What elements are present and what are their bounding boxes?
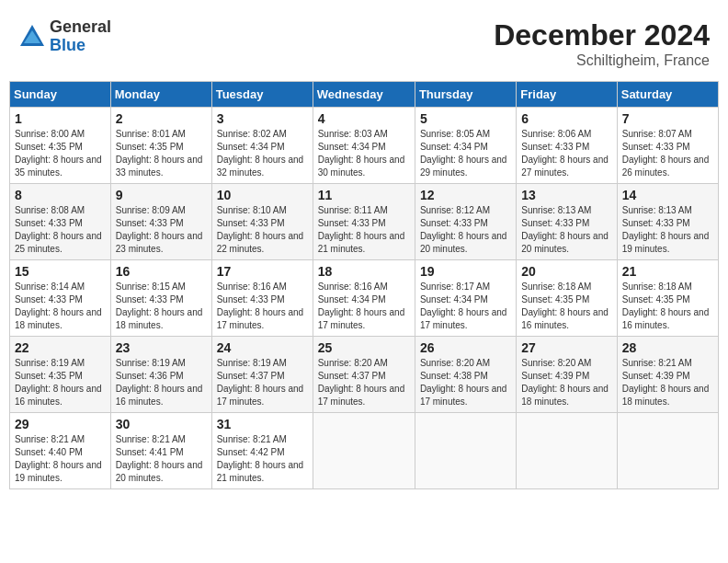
calendar-day-cell: 17 Sunrise: 8:16 AMSunset: 4:33 PMDaylig… — [211, 260, 313, 337]
calendar-week-row: 1 Sunrise: 8:00 AMSunset: 4:35 PMDayligh… — [10, 108, 719, 184]
calendar-day-cell: 27 Sunrise: 8:20 AMSunset: 4:39 PMDaylig… — [517, 337, 617, 413]
calendar-day-cell: 16 Sunrise: 8:15 AMSunset: 4:33 PMDaylig… — [110, 260, 211, 337]
calendar-day-cell: 15 Sunrise: 8:14 AMSunset: 4:33 PMDaylig… — [10, 260, 111, 337]
logo-blue: Blue — [50, 37, 111, 55]
calendar-day-cell: 4 Sunrise: 8:03 AMSunset: 4:34 PMDayligh… — [313, 108, 415, 184]
calendar-day-cell: 30 Sunrise: 8:21 AMSunset: 4:41 PMDaylig… — [110, 413, 211, 489]
logo-icon — [18, 23, 46, 51]
day-info: Sunrise: 8:11 AMSunset: 4:33 PMDaylight:… — [318, 204, 410, 256]
weekday-header-cell: Thursday — [415, 82, 516, 108]
day-info: Sunrise: 8:16 AMSunset: 4:34 PMDaylight:… — [318, 281, 410, 332]
day-number: 27 — [521, 340, 611, 355]
weekday-header-cell: Wednesday — [313, 82, 415, 108]
calendar-day-cell: 28 Sunrise: 8:21 AMSunset: 4:39 PMDaylig… — [617, 337, 718, 413]
day-number: 4 — [318, 111, 410, 126]
calendar-day-cell: 24 Sunrise: 8:19 AMSunset: 4:37 PMDaylig… — [211, 337, 313, 413]
logo-general: General — [50, 18, 111, 37]
day-info: Sunrise: 8:14 AMSunset: 4:33 PMDaylight:… — [15, 281, 106, 332]
day-info: Sunrise: 8:21 AMSunset: 4:40 PMDaylight:… — [15, 433, 106, 485]
day-info: Sunrise: 8:21 AMSunset: 4:42 PMDaylight:… — [217, 433, 308, 485]
calendar-day-cell: 23 Sunrise: 8:19 AMSunset: 4:36 PMDaylig… — [110, 337, 211, 413]
day-number: 24 — [217, 340, 308, 355]
day-info: Sunrise: 8:01 AMSunset: 4:35 PMDaylight:… — [116, 128, 207, 179]
day-number: 17 — [217, 264, 308, 279]
logo-text: General Blue — [50, 18, 111, 55]
day-info: Sunrise: 8:00 AMSunset: 4:35 PMDaylight:… — [15, 128, 106, 179]
day-info: Sunrise: 8:13 AMSunset: 4:33 PMDaylight:… — [622, 204, 713, 256]
calendar-day-cell: 8 Sunrise: 8:08 AMSunset: 4:33 PMDayligh… — [10, 184, 111, 260]
calendar-day-cell — [415, 413, 516, 489]
calendar-day-cell: 11 Sunrise: 8:11 AMSunset: 4:33 PMDaylig… — [313, 184, 415, 260]
weekday-header-row: SundayMondayTuesdayWednesdayThursdayFrid… — [10, 82, 719, 108]
day-number: 14 — [622, 188, 713, 202]
day-info: Sunrise: 8:02 AMSunset: 4:34 PMDaylight:… — [217, 128, 308, 179]
day-info: Sunrise: 8:16 AMSunset: 4:33 PMDaylight:… — [217, 281, 308, 332]
day-info: Sunrise: 8:20 AMSunset: 4:39 PMDaylight:… — [521, 357, 611, 408]
weekday-header-cell: Sunday — [10, 82, 111, 108]
day-info: Sunrise: 8:15 AMSunset: 4:33 PMDaylight:… — [116, 281, 207, 332]
page-header: General Blue December 2024 Schiltigheim,… — [9, 9, 719, 74]
day-number: 29 — [15, 417, 106, 431]
calendar-day-cell: 13 Sunrise: 8:13 AMSunset: 4:33 PMDaylig… — [517, 184, 617, 260]
calendar-day-cell — [617, 413, 718, 489]
day-number: 5 — [420, 111, 511, 126]
day-number: 3 — [217, 111, 308, 126]
day-info: Sunrise: 8:08 AMSunset: 4:33 PMDaylight:… — [15, 204, 106, 256]
calendar-body: 1 Sunrise: 8:00 AMSunset: 4:35 PMDayligh… — [10, 108, 719, 489]
calendar-day-cell: 25 Sunrise: 8:20 AMSunset: 4:37 PMDaylig… — [313, 337, 415, 413]
day-info: Sunrise: 8:06 AMSunset: 4:33 PMDaylight:… — [521, 128, 611, 179]
calendar-day-cell: 14 Sunrise: 8:13 AMSunset: 4:33 PMDaylig… — [617, 184, 718, 260]
day-number: 10 — [217, 188, 308, 202]
day-number: 7 — [622, 111, 713, 126]
weekday-header-cell: Tuesday — [211, 82, 313, 108]
calendar-week-row: 8 Sunrise: 8:08 AMSunset: 4:33 PMDayligh… — [10, 184, 719, 260]
calendar-day-cell: 2 Sunrise: 8:01 AMSunset: 4:35 PMDayligh… — [110, 108, 211, 184]
day-info: Sunrise: 8:18 AMSunset: 4:35 PMDaylight:… — [622, 281, 713, 332]
day-info: Sunrise: 8:17 AMSunset: 4:34 PMDaylight:… — [420, 281, 511, 332]
day-number: 22 — [15, 340, 106, 355]
day-number: 28 — [622, 340, 713, 355]
logo: General Blue — [18, 18, 111, 55]
calendar-day-cell: 5 Sunrise: 8:05 AMSunset: 4:34 PMDayligh… — [415, 108, 516, 184]
calendar-table: SundayMondayTuesdayWednesdayThursdayFrid… — [9, 81, 719, 489]
day-info: Sunrise: 8:12 AMSunset: 4:33 PMDaylight:… — [420, 204, 511, 256]
day-number: 18 — [318, 264, 410, 279]
day-info: Sunrise: 8:21 AMSunset: 4:41 PMDaylight:… — [116, 433, 207, 485]
day-info: Sunrise: 8:19 AMSunset: 4:36 PMDaylight:… — [116, 357, 207, 408]
calendar-day-cell: 31 Sunrise: 8:21 AMSunset: 4:42 PMDaylig… — [211, 413, 313, 489]
day-number: 25 — [318, 340, 410, 355]
calendar-day-cell: 7 Sunrise: 8:07 AMSunset: 4:33 PMDayligh… — [617, 108, 718, 184]
day-number: 15 — [15, 264, 106, 279]
day-info: Sunrise: 8:20 AMSunset: 4:37 PMDaylight:… — [318, 357, 410, 408]
day-info: Sunrise: 8:09 AMSunset: 4:33 PMDaylight:… — [116, 204, 207, 256]
location-title: Schiltigheim, France — [494, 52, 710, 69]
day-number: 11 — [318, 188, 410, 202]
day-number: 12 — [420, 188, 511, 202]
day-info: Sunrise: 8:20 AMSunset: 4:38 PMDaylight:… — [420, 357, 511, 408]
calendar-day-cell: 3 Sunrise: 8:02 AMSunset: 4:34 PMDayligh… — [211, 108, 313, 184]
calendar-day-cell: 21 Sunrise: 8:18 AMSunset: 4:35 PMDaylig… — [617, 260, 718, 337]
calendar-day-cell — [313, 413, 415, 489]
day-number: 30 — [116, 417, 207, 431]
calendar-day-cell: 12 Sunrise: 8:12 AMSunset: 4:33 PMDaylig… — [415, 184, 516, 260]
calendar-day-cell: 22 Sunrise: 8:19 AMSunset: 4:35 PMDaylig… — [10, 337, 111, 413]
calendar-day-cell: 29 Sunrise: 8:21 AMSunset: 4:40 PMDaylig… — [10, 413, 111, 489]
day-info: Sunrise: 8:18 AMSunset: 4:35 PMDaylight:… — [521, 281, 611, 332]
title-block: December 2024 Schiltigheim, France — [494, 18, 710, 69]
day-info: Sunrise: 8:10 AMSunset: 4:33 PMDaylight:… — [217, 204, 308, 256]
day-number: 21 — [622, 264, 713, 279]
day-number: 23 — [116, 340, 207, 355]
calendar-day-cell — [517, 413, 617, 489]
day-number: 20 — [521, 264, 611, 279]
day-number: 2 — [116, 111, 207, 126]
calendar-week-row: 22 Sunrise: 8:19 AMSunset: 4:35 PMDaylig… — [10, 337, 719, 413]
day-number: 6 — [521, 111, 611, 126]
day-info: Sunrise: 8:19 AMSunset: 4:37 PMDaylight:… — [217, 357, 308, 408]
day-number: 31 — [217, 417, 308, 431]
calendar-week-row: 29 Sunrise: 8:21 AMSunset: 4:40 PMDaylig… — [10, 413, 719, 489]
day-info: Sunrise: 8:05 AMSunset: 4:34 PMDaylight:… — [420, 128, 511, 179]
calendar-day-cell: 6 Sunrise: 8:06 AMSunset: 4:33 PMDayligh… — [517, 108, 617, 184]
day-info: Sunrise: 8:03 AMSunset: 4:34 PMDaylight:… — [318, 128, 410, 179]
calendar-day-cell: 19 Sunrise: 8:17 AMSunset: 4:34 PMDaylig… — [415, 260, 516, 337]
calendar-day-cell: 18 Sunrise: 8:16 AMSunset: 4:34 PMDaylig… — [313, 260, 415, 337]
